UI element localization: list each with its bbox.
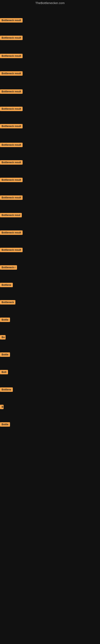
bottleneck-badge-row-5: Bottleneck result bbox=[0, 89, 23, 94]
bottleneck-badge-row-4: Bottleneck result bbox=[0, 71, 23, 76]
bottleneck-badge[interactable]: Bottleneck result bbox=[0, 196, 23, 200]
bottleneck-badge[interactable]: Bottle bbox=[0, 318, 10, 322]
bottleneck-badge[interactable]: Bottleneck result bbox=[0, 54, 23, 58]
bottleneck-badge[interactable]: Bottle bbox=[0, 352, 10, 357]
bottleneck-badge[interactable]: Bottleneck result bbox=[0, 124, 23, 128]
bottleneck-badge-row-7: Bottleneck result bbox=[0, 124, 23, 129]
bottleneck-badge[interactable]: Bottleneck result bbox=[0, 230, 23, 235]
bottleneck-badge-row-3: Bottleneck result bbox=[0, 54, 23, 59]
bottleneck-badge-row-15: Bottleneck r bbox=[0, 265, 17, 270]
bottleneck-badge[interactable]: Bottleneck result bbox=[0, 71, 23, 76]
bottleneck-badge-row-9: Bottleneck result bbox=[0, 160, 23, 166]
bottleneck-badge[interactable]: Bottlene bbox=[0, 388, 13, 392]
bottleneck-badge-row-6: Bottleneck result bbox=[0, 107, 23, 112]
bottleneck-badge-row-22: Bottlene bbox=[0, 388, 13, 393]
bottleneck-badge-row-16: Bottlene bbox=[0, 283, 13, 288]
bottleneck-badge-row-21: Bott bbox=[0, 370, 8, 375]
bottleneck-badge[interactable]: Bottleneck r bbox=[0, 265, 17, 270]
bottleneck-badge[interactable]: Bottlene bbox=[0, 283, 13, 287]
bottleneck-badge[interactable]: Bottleneck result bbox=[0, 143, 23, 147]
site-title: TheBottlenecker.com bbox=[0, 0, 100, 7]
bottleneck-badge-row-10: Bottleneck result bbox=[0, 178, 23, 183]
bottleneck-badge-row-11: Bottleneck result bbox=[0, 196, 23, 201]
bottleneck-badge[interactable]: Bottleneck result bbox=[0, 248, 23, 252]
bottleneck-badge[interactable]: Bottle bbox=[0, 422, 10, 427]
bottleneck-badge[interactable]: Bottleneck result bbox=[0, 18, 23, 22]
bottleneck-badge[interactable]: B bbox=[0, 405, 3, 409]
bottleneck-badge-row-19: Bo bbox=[0, 335, 6, 340]
bottleneck-badge-row-8: Bottleneck result bbox=[0, 143, 23, 148]
bottleneck-badge-row-14: Bottleneck result bbox=[0, 248, 23, 253]
bottleneck-badge-row-20: Bottle bbox=[0, 352, 10, 358]
bottleneck-badge[interactable]: Bottleneck result bbox=[0, 107, 23, 111]
bottleneck-badge-row-1: Bottleneck result bbox=[0, 18, 23, 23]
bottleneck-badge-row-18: Bottle bbox=[0, 318, 10, 323]
bottleneck-badge-row-17: Bottleneck bbox=[0, 300, 15, 305]
bottleneck-badge-row-12: Bottleneck resul bbox=[0, 213, 22, 218]
bottleneck-badge[interactable]: Bottleneck bbox=[0, 300, 15, 304]
bottleneck-badge[interactable]: Bottleneck result bbox=[0, 36, 23, 40]
bottleneck-badge[interactable]: Bottleneck result bbox=[0, 178, 23, 182]
bottleneck-badge[interactable]: Bott bbox=[0, 370, 8, 374]
bottleneck-badge[interactable]: Bottleneck result bbox=[0, 89, 23, 94]
bottleneck-badge[interactable]: Bottleneck resul bbox=[0, 213, 22, 217]
bottleneck-badge-row-13: Bottleneck result bbox=[0, 230, 23, 236]
bottleneck-badge[interactable]: Bottleneck result bbox=[0, 160, 23, 164]
bottleneck-badge[interactable]: Bo bbox=[0, 335, 6, 340]
bottleneck-badge-row-23: B bbox=[0, 405, 3, 410]
bottleneck-badge-row-2: Bottleneck result bbox=[0, 36, 23, 41]
bottleneck-badge-row-24: Bottle bbox=[0, 422, 10, 428]
